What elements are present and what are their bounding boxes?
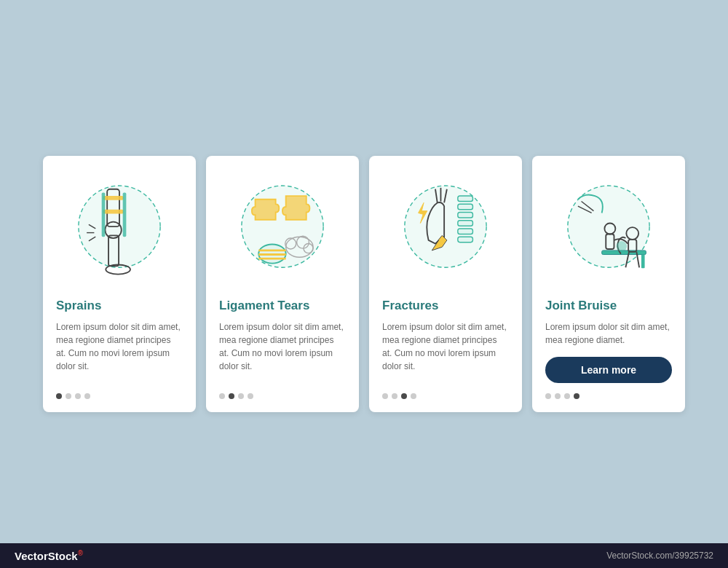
dot-1 [545,393,551,399]
card-fractures: Fractures Lorem ipsum dolor sit dim amet… [369,156,522,412]
svg-point-38 [617,242,626,251]
fractures-title: Fractures [382,299,438,313]
joint-bruise-dots [545,393,579,399]
fractures-text: Lorem ipsum dolor sit dim amet, mea regi… [382,320,509,383]
svg-rect-25 [458,196,473,201]
card-joint-bruise: Joint Bruise Lorem ipsum dolor sit dim a… [532,156,685,412]
svg-rect-26 [458,205,473,210]
fractures-illustration [382,170,509,287]
trademark-symbol: ® [78,549,83,557]
svg-rect-33 [641,255,645,269]
dot-3 [238,393,244,399]
joint-bruise-text: Lorem ipsum dolor sit dim amet, mea regi… [545,320,672,347]
watermark-url: VectorStock.com/39925732 [606,551,713,561]
svg-rect-27 [458,213,473,218]
dot-1 [382,393,388,399]
dot-3 [564,393,570,399]
ligament-tears-text: Lorem ipsum dolor sit dim amet, mea regi… [219,320,346,383]
dot-2 [229,393,234,399]
svg-rect-6 [103,210,124,214]
sprains-illustration [56,170,183,287]
svg-rect-28 [458,221,473,226]
ligament-tears-dots [219,393,253,399]
joint-bruise-title: Joint Bruise [545,299,617,313]
dot-4 [574,393,579,399]
ligament-tears-illustration [219,170,346,287]
dot-2 [66,393,71,399]
joint-bruise-illustration [545,170,672,287]
fractures-dots [382,393,416,399]
dot-3 [401,393,407,399]
dot-2 [392,393,397,399]
dot-4 [84,393,90,399]
svg-rect-8 [123,193,127,237]
dot-1 [219,393,225,399]
sprains-title: Sprains [56,299,101,313]
card-sprains: Sprains Lorem ipsum dolor sit dim amet, … [43,156,196,412]
cards-container: Sprains Lorem ipsum dolor sit dim amet, … [28,141,700,427]
ligament-tears-title: Ligament Tears [219,299,309,313]
dot-2 [555,393,561,399]
svg-rect-7 [102,193,106,237]
learn-more-button[interactable]: Learn more [545,357,672,383]
svg-rect-5 [103,196,124,200]
dot-4 [411,393,416,399]
sprains-text: Lorem ipsum dolor sit dim amet, mea regi… [56,320,183,383]
watermark-bar: VectorStock® VectorStock.com/39925732 [0,543,728,568]
dot-1 [56,393,62,399]
svg-rect-29 [458,229,473,234]
dot-3 [75,393,81,399]
sprains-dots [56,393,90,399]
watermark-brand: VectorStock® [15,549,83,562]
dot-4 [248,393,253,399]
svg-rect-30 [458,237,473,242]
card-ligament-tears: Ligament Tears Lorem ipsum dolor sit dim… [206,156,359,412]
